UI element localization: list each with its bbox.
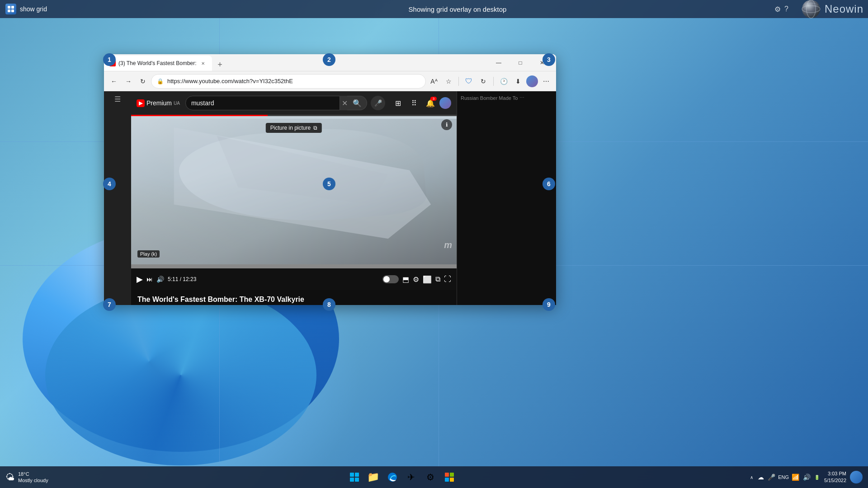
maximize-button[interactable]: □ xyxy=(510,56,531,70)
related-item-partial[interactable]: Russian Bomber Made To ⋯ xyxy=(457,91,556,104)
language-indicator[interactable]: ENG xyxy=(778,474,789,480)
store-button[interactable] xyxy=(441,469,458,485)
svg-rect-16 xyxy=(445,473,449,477)
theater-mode-button[interactable]: ⬜ xyxy=(423,275,432,284)
svg-rect-19 xyxy=(450,478,454,482)
weather-widget[interactable]: 🌤 18°C Mostly cloudy xyxy=(0,471,54,484)
youtube-content: ☰ ▶ Premium UA mustard ✕ 🔍 xyxy=(104,91,556,305)
file-explorer-button[interactable]: 📁 xyxy=(365,469,382,485)
grid-number-8: 8 xyxy=(323,298,335,311)
svg-rect-11 xyxy=(350,473,354,477)
back-button[interactable]: ← xyxy=(108,75,120,88)
progress-fill xyxy=(131,115,268,116)
search-clear-btn[interactable]: ✕ xyxy=(340,96,347,110)
grid-number-6: 6 xyxy=(542,178,555,190)
related-title-partial: Russian Bomber Made To xyxy=(461,95,518,101)
topbar: show grid Showing grid overlay on deskto… xyxy=(0,0,868,18)
search-query: show grid xyxy=(20,5,47,13)
yt-premium-label: Premium xyxy=(146,99,172,107)
read-aloud-button[interactable]: Aᴬ xyxy=(428,75,440,88)
wifi-icon[interactable]: 📶 xyxy=(791,473,800,482)
video-player[interactable]: Picture in picture ⧉ Play (k) ℹ m xyxy=(131,115,457,268)
svg-rect-14 xyxy=(355,478,359,482)
profile-avatar[interactable] xyxy=(526,75,538,87)
autoplay-toggle[interactable] xyxy=(382,275,399,283)
new-tab-button[interactable]: + xyxy=(214,58,226,71)
refresh-button[interactable]: ↻ xyxy=(137,75,149,88)
youtube-avatar[interactable] xyxy=(439,97,451,109)
voice-search-button[interactable]: 🎤 xyxy=(371,96,385,110)
svg-rect-12 xyxy=(355,473,359,477)
yt-menu-icon[interactable]: ☰ xyxy=(114,95,121,103)
grid-number-2: 2 xyxy=(323,53,335,66)
time-display: 3:03 PM xyxy=(828,470,846,477)
progress-bar[interactable] xyxy=(131,115,457,116)
tray-icons: ☁ 🎤 ENG 📶 🔊 🔋 xyxy=(757,473,821,482)
refresh-icon[interactable]: ↻ xyxy=(477,75,490,88)
play-tooltip: Play (k) xyxy=(137,250,160,258)
address-bar-row: ← → ↻ 🔒 https://www.youtube.com/watch?v=… xyxy=(104,71,556,91)
create-button[interactable]: ⊞ xyxy=(391,96,405,110)
more-button[interactable]: ⋯ xyxy=(540,75,552,88)
neowin-sphere-icon xyxy=(801,0,821,19)
youtube-search-input[interactable]: mustard xyxy=(185,96,340,110)
settings-button[interactable]: ⚙ xyxy=(422,469,439,485)
volume-button[interactable]: 🔊 xyxy=(156,276,164,283)
weather-text: 18°C Mostly cloudy xyxy=(18,471,48,484)
play-button[interactable]: ▶ xyxy=(137,274,143,284)
grid-number-9: 9 xyxy=(542,298,555,311)
clock[interactable]: 3:03 PM 5/15/2022 xyxy=(824,470,846,484)
grid-number-4: 4 xyxy=(103,178,116,190)
telegram-button[interactable]: ✈ xyxy=(403,469,420,485)
topbar-help-icon[interactable]: ? xyxy=(784,5,788,13)
taskbar-tray: ∧ ☁ 🎤 ENG 📶 🔊 🔋 3:03 PM 5/15/2022 xyxy=(750,470,868,484)
topbar-settings-icon[interactable]: ⚙ xyxy=(774,5,781,14)
start-button[interactable] xyxy=(346,469,363,485)
lock-icon: 🔒 xyxy=(157,78,164,84)
svg-point-4 xyxy=(802,0,820,18)
forward-button[interactable]: → xyxy=(122,75,135,88)
tab-close-button[interactable]: ✕ xyxy=(199,60,207,67)
minimize-button[interactable]: — xyxy=(488,56,509,70)
url-text: https://www.youtube.com/watch?v=YI32c352… xyxy=(167,78,420,84)
active-tab[interactable]: ▶ (3) The World's Fastest Bomber: ✕ xyxy=(104,56,212,71)
edge-shield-icon[interactable]: 🛡 xyxy=(462,75,475,88)
microphone-icon[interactable]: 🎤 xyxy=(767,473,776,482)
youtube-search-box: mustard ✕ 🔍 🎤 xyxy=(185,96,385,110)
svg-rect-17 xyxy=(450,473,454,477)
svg-rect-13 xyxy=(350,478,354,482)
grid-number-1: 1 xyxy=(103,53,116,66)
youtube-logo: ▶ Premium UA xyxy=(137,99,180,107)
youtube-header-icons: ⊞ ⠿ 🔔 3 xyxy=(391,96,451,110)
tray-expand-button[interactable]: ∧ xyxy=(750,475,753,480)
address-bar[interactable]: 🔒 https://www.youtube.com/watch?v=YI32c3… xyxy=(151,74,426,89)
youtube-header: ▶ Premium UA mustard ✕ 🔍 🎤 ⊞ ⠿ xyxy=(131,91,457,115)
video-info-button[interactable]: ℹ xyxy=(441,119,452,130)
video-time: 5:11 / 12:23 xyxy=(168,276,196,282)
fullscreen-button[interactable]: ⛶ xyxy=(444,275,451,283)
svg-rect-2 xyxy=(8,9,10,12)
toolbar-separator2 xyxy=(493,77,494,86)
video-frame xyxy=(131,115,457,268)
video-content xyxy=(131,115,457,268)
edge-browser-button[interactable] xyxy=(384,469,401,485)
settings-button[interactable]: ⚙ xyxy=(413,275,419,284)
download-button[interactable]: ⬇ xyxy=(512,75,524,88)
search-button[interactable]: 🔍 xyxy=(347,96,367,110)
related-more-icon: ⋯ xyxy=(519,95,524,101)
cloud-icon[interactable]: ☁ xyxy=(757,473,765,482)
youtube-main: ▶ Premium UA mustard ✕ 🔍 🎤 ⊞ ⠿ xyxy=(131,91,457,305)
pip-button[interactable]: ⧉ xyxy=(435,275,440,283)
grid-number-3: 3 xyxy=(542,53,555,66)
next-button[interactable]: ⏭ xyxy=(146,276,153,283)
taskbar-user-avatar[interactable] xyxy=(850,471,863,483)
favorites-button[interactable]: ☆ xyxy=(442,75,455,88)
video-title: The World's Fastest Bomber: The XB-70 Va… xyxy=(137,296,450,304)
history-button[interactable]: 🕐 xyxy=(497,75,510,88)
toolbar-separator xyxy=(458,77,459,86)
volume-icon[interactable]: 🔊 xyxy=(802,473,811,482)
miniplayer-button[interactable]: ⬒ xyxy=(402,275,409,284)
apps-button[interactable]: ⠿ xyxy=(407,96,421,110)
svg-rect-1 xyxy=(11,6,14,9)
notifications-button[interactable]: 🔔 3 xyxy=(423,96,438,110)
